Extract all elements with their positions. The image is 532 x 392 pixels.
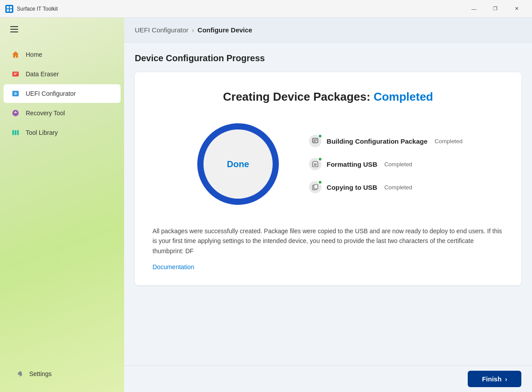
sidebar-item-settings[interactable]: Settings [7,365,117,383]
maximize-button[interactable]: ❐ [485,2,505,16]
page-content: Device Configuration Progress Creating D… [124,43,532,365]
sidebar-footer: Settings [0,358,124,392]
sidebar-item-home-label: Home [26,51,42,58]
sidebar-item-data-eraser[interactable]: Data Eraser [4,65,121,83]
step-formatting-name: Formatting USB [327,161,377,168]
sidebar-item-recovery-tool[interactable]: Recovery Tool [4,104,121,122]
step-copying-dot [318,180,322,184]
svg-point-9 [15,93,16,94]
svg-rect-17 [313,141,316,142]
erase-icon [11,69,20,79]
library-icon [11,128,20,137]
svg-rect-16 [313,140,317,141]
sidebar-item-uefi-configurator[interactable]: UEFI Configurator [4,84,121,103]
svg-rect-3 [10,9,12,12]
svg-rect-19 [314,184,318,189]
progress-circle-container: Done [194,120,282,208]
sidebar-item-home[interactable]: Home [4,45,121,64]
step-formatting-dot [318,157,322,161]
svg-rect-0 [7,6,9,8]
documentation-link[interactable]: Documentation [153,263,194,270]
sidebar-item-tool-library[interactable]: Tool Library [4,123,121,142]
step-building: Building Configuration Package Completed [309,135,462,147]
hamburger-line-3 [10,31,18,32]
sidebar-item-library-label: Tool Library [26,129,58,136]
step-copying-status: Completed [384,184,412,191]
step-building-status: Completed [434,138,462,145]
title-bar: Surface IT Toolkit — ❐ ✕ [0,0,532,18]
app-body: Home Data Eraser UEFI Configurator Recov… [0,18,532,392]
breadcrumb-parent: UEFI Configurator [135,26,188,34]
step-formatting-status: Completed [384,161,412,168]
breadcrumb-current: Configure Device [198,26,252,34]
uefi-icon [11,89,20,98]
progress-visual: Done Building Configuration Package [153,120,504,208]
svg-rect-12 [17,130,19,135]
progress-heading-text: Creating Device Packages: [223,90,370,103]
nav-items: Home Data Eraser UEFI Configurator Recov… [0,41,124,358]
title-bar-left: Surface IT Toolkit [5,5,58,13]
hamburger-button[interactable] [7,22,21,36]
step-formatting: Formatting USB Completed [309,158,462,170]
progress-card: Creating Device Packages: Completed Done [135,72,521,285]
svg-rect-4 [12,72,19,77]
finish-label: Finish [482,375,501,383]
breadcrumb-bar: UEFI Configurator › Configure Device [124,18,532,43]
sidebar: Home Data Eraser UEFI Configurator Recov… [0,18,124,392]
svg-rect-15 [313,138,318,143]
svg-rect-10 [12,130,14,135]
sidebar-item-uefi-label: UEFI Configurator [26,90,76,97]
sidebar-header [0,18,124,41]
minimize-button[interactable]: — [464,2,484,16]
sidebar-item-data-eraser-label: Data Eraser [26,71,59,78]
step-copying: Copying to USB Completed [309,181,462,193]
page-title: Device Configuration Progress [135,53,521,63]
progress-heading: Creating Device Packages: Completed [153,90,504,104]
hamburger-line-1 [10,26,18,27]
svg-rect-11 [15,130,16,135]
app-title: Surface IT Toolkit [17,6,58,12]
finish-button[interactable]: Finish › [468,371,521,387]
completed-label: Completed [374,90,433,103]
main-content: UEFI Configurator › Configure Device Dev… [124,18,532,392]
step-copying-name: Copying to USB [327,184,377,191]
step-formatting-icon-wrap [309,158,321,170]
window-controls: — ❐ ✕ [464,2,527,16]
breadcrumb-separator: › [192,27,194,34]
sidebar-item-recovery-label: Recovery Tool [26,110,65,117]
description-text: All packages were successfully created. … [153,226,504,256]
steps-list: Building Configuration Package Completed… [309,135,462,193]
step-copying-icon-wrap [309,181,321,193]
app-icon [5,5,13,13]
finish-arrow-icon: › [505,376,507,383]
settings-icon [14,369,24,379]
page-footer: Finish › [124,365,532,392]
svg-rect-1 [10,6,12,8]
close-button[interactable]: ✕ [506,2,527,16]
svg-rect-2 [7,9,9,12]
step-building-name: Building Configuration Package [327,137,428,145]
hamburger-line-2 [10,29,18,30]
step-building-icon-wrap [309,135,321,147]
recovery-icon [11,108,20,118]
step-building-dot [318,134,322,138]
sidebar-item-settings-label: Settings [29,370,52,377]
circle-done-label: Done [227,159,249,169]
home-icon [11,50,20,59]
